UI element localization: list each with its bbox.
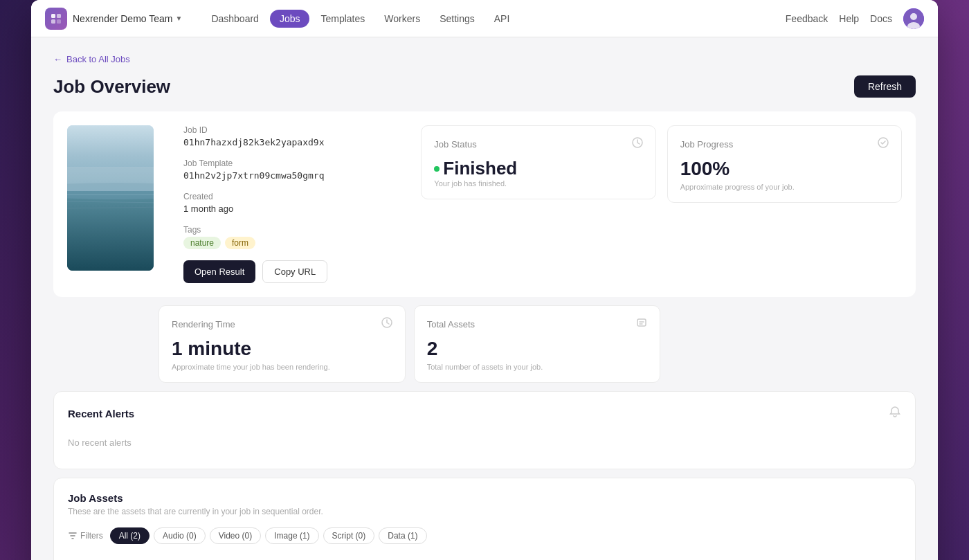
assets-table-header: Type Target Layer	[68, 555, 901, 560]
total-assets-header: Total Assets	[427, 317, 648, 331]
job-progress-header: Job Progress	[680, 137, 889, 151]
nav-api[interactable]: API	[486, 9, 518, 28]
job-id-field: Job ID 01hn7hazxdj82k3ek2yapaxd9x	[183, 125, 401, 147]
rendering-time-title: Rendering Time	[172, 319, 235, 329]
logo-area: Nexrender Demo Team ▼	[45, 8, 182, 30]
copy-url-button[interactable]: Copy URL	[262, 260, 327, 283]
job-assets-section: Job Assets These are the assets that are…	[53, 478, 916, 560]
filter-all[interactable]: All (2)	[110, 527, 150, 544]
job-created-label: Created	[183, 192, 401, 201]
filters-text: Filters	[80, 531, 103, 541]
job-status-card: Job Status Finished Your job has finishe…	[421, 125, 655, 199]
page-title: Job Overview	[53, 76, 170, 98]
total-assets-icon	[636, 317, 647, 331]
filter-image[interactable]: Image (1)	[265, 527, 318, 544]
job-tags-label: Tags	[183, 225, 401, 235]
job-created-field: Created 1 month ago	[183, 192, 401, 214]
nav-jobs[interactable]: Jobs	[270, 10, 310, 28]
avatar[interactable]	[903, 8, 924, 29]
job-status-header: Job Status	[434, 137, 642, 151]
status-dot-icon	[434, 166, 440, 172]
team-dropdown-chevron: ▼	[175, 15, 182, 22]
svg-rect-8	[67, 191, 154, 271]
status-text: Finished	[443, 158, 517, 179]
team-name-label: Nexrender Demo Team	[73, 13, 172, 24]
job-progress-title: Job Progress	[680, 139, 734, 150]
svg-rect-10	[67, 167, 154, 191]
topbar: Nexrender Demo Team ▼ Dashboard Jobs Tem…	[31, 0, 938, 37]
job-id-value: 01hn7hazxdj82k3ek2yapaxd9x	[183, 137, 401, 147]
svg-rect-0	[51, 14, 55, 18]
rendering-time-icon	[381, 317, 392, 331]
svg-rect-2	[51, 19, 55, 24]
tag-nature: nature	[183, 237, 221, 249]
filter-audio[interactable]: Audio (0)	[154, 527, 206, 544]
filter-script[interactable]: Script (0)	[323, 527, 375, 544]
job-created-value: 1 month ago	[183, 204, 401, 214]
job-status-desc: Your job has finished.	[434, 179, 642, 188]
nav-workers[interactable]: Workers	[376, 9, 428, 28]
job-progress-value: 100%	[680, 158, 889, 180]
back-link[interactable]: ← Back to All Jobs	[53, 54, 916, 64]
total-assets-value: 2	[427, 338, 648, 360]
job-actions: Open Result Copy URL	[183, 260, 401, 283]
assets-desc: These are the assets that are currently …	[68, 507, 901, 516]
help-button[interactable]: Help	[839, 13, 859, 24]
topbar-right: Feedback Help Docs	[786, 8, 924, 29]
filter-video[interactable]: Video (0)	[210, 527, 261, 544]
filters-label: Filters	[68, 531, 103, 541]
docs-button[interactable]: Docs	[870, 13, 892, 24]
main-content: ← Back to All Jobs Job Overview Refresh	[31, 37, 938, 560]
rendering-time-desc: Approximate time your job has been rende…	[172, 363, 392, 371]
assets-table: Type Target Layer	[68, 555, 901, 560]
job-overview-card: Job ID 01hn7hazxdj82k3ek2yapaxd9x Job Te…	[53, 111, 916, 297]
total-assets-desc: Total number of assets in your job.	[427, 363, 648, 371]
nav-templates[interactable]: Templates	[312, 9, 373, 28]
feedback-button[interactable]: Feedback	[786, 13, 828, 24]
main-nav: Dashboard Jobs Templates Workers Setting…	[203, 9, 785, 28]
job-preview-image	[67, 125, 154, 271]
svg-rect-17	[637, 319, 646, 326]
back-arrow-icon: ←	[53, 54, 62, 64]
page-header: Job Overview Refresh	[53, 75, 916, 98]
preview-inner	[67, 125, 154, 271]
job-status-icon	[632, 137, 643, 151]
svg-point-5	[910, 13, 917, 20]
rendering-time-card: Rendering Time 1 minute Approximate time…	[159, 305, 406, 383]
job-id-label: Job ID	[183, 125, 401, 135]
job-progress-desc: Approximate progress of your job.	[680, 183, 889, 191]
tag-form: form	[225, 237, 255, 249]
filters-row: Filters All (2) Audio (0) Video (0) Imag…	[68, 527, 901, 544]
back-link-label: Back to All Jobs	[66, 54, 130, 64]
job-progress-card: Job Progress 100% Approximate progress o…	[667, 125, 902, 203]
no-alerts-text: No recent alerts	[68, 431, 901, 455]
job-status-value: Finished	[434, 158, 642, 179]
open-result-button[interactable]: Open Result	[183, 260, 255, 283]
rendering-time-header: Rendering Time	[172, 317, 392, 331]
refresh-button[interactable]: Refresh	[854, 75, 916, 98]
svg-rect-1	[57, 14, 61, 18]
job-status-title: Job Status	[434, 139, 476, 150]
app-window: Nexrender Demo Team ▼ Dashboard Jobs Tem…	[31, 0, 938, 560]
svg-rect-3	[57, 19, 61, 24]
job-template-field: Job Template 01hn2v2jp7xtrn09cmwa50gmrq	[183, 159, 401, 181]
job-template-value: 01hn2v2jp7xtrn09cmwa50gmrq	[183, 170, 401, 181]
job-details: Job ID 01hn7hazxdj82k3ek2yapaxd9x Job Te…	[175, 125, 410, 283]
tags-row: nature form	[183, 237, 401, 249]
job-tags-field: Tags nature form	[183, 225, 401, 249]
assets-title: Job Assets	[68, 492, 901, 504]
filter-data[interactable]: Data (1)	[379, 527, 426, 544]
alerts-title: Recent Alerts	[68, 408, 134, 419]
nav-dashboard[interactable]: Dashboard	[203, 9, 267, 28]
nav-settings[interactable]: Settings	[431, 9, 483, 28]
recent-alerts-section: Recent Alerts No recent alerts	[53, 391, 916, 469]
alerts-header: Recent Alerts	[68, 406, 901, 421]
total-assets-title: Total Assets	[427, 319, 475, 329]
team-name[interactable]: Nexrender Demo Team ▼	[73, 13, 182, 24]
placeholder-spacer	[53, 305, 150, 383]
job-progress-icon	[878, 137, 889, 151]
rendering-time-value: 1 minute	[172, 338, 392, 360]
job-template-label: Job Template	[183, 159, 401, 168]
bell-icon	[889, 406, 901, 421]
total-assets-card: Total Assets 2 Total number of assets in…	[414, 305, 661, 383]
